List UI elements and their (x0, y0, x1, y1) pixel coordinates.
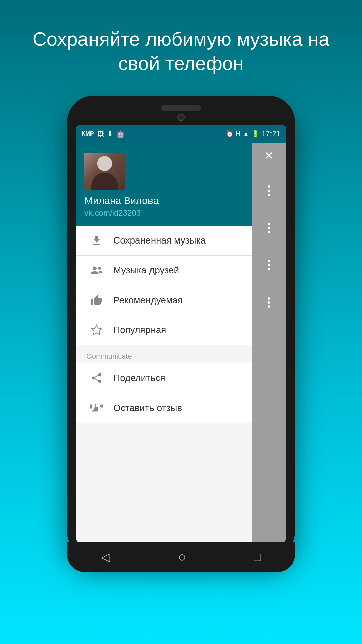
download-icon (86, 234, 107, 247)
menu-label-share: Поделиться (113, 373, 165, 383)
status-icons-left: KMP 🖼 ⬇ 🤖 (82, 130, 125, 138)
menu-list: Сохраненная музыка Музыка друзей (76, 226, 252, 542)
svg-point-1 (98, 267, 101, 270)
star-icon (86, 324, 107, 336)
dot (268, 231, 270, 233)
avatar-img (84, 153, 125, 190)
menu-label-recommended: Рекомендуемая (113, 295, 183, 306)
dot (268, 185, 270, 188)
dot (268, 194, 270, 196)
alarm-icon: ⏰ (226, 130, 233, 138)
dot (268, 190, 270, 192)
dot (268, 227, 270, 229)
menu-item-share[interactable]: Поделиться (76, 363, 252, 393)
dots-group-2[interactable] (268, 223, 270, 233)
dots-group-3[interactable] (268, 260, 270, 270)
menu-item-friends[interactable]: Музыка друзей (76, 256, 252, 285)
user-name: Милана Вилова (84, 195, 244, 206)
menu-item-recommended[interactable]: Рекомендуемая (76, 285, 252, 315)
kmp-icon: KMP (82, 131, 94, 137)
phone-speaker (161, 105, 201, 111)
image-icon: 🖼 (97, 130, 104, 138)
top-text: Сохраняйте любимую музыка на свой телефо… (0, 27, 362, 75)
bottom-nav: ◁ ○ □ (67, 542, 295, 572)
home-button[interactable]: ○ (178, 549, 186, 565)
people-icon (86, 264, 107, 276)
dot (268, 297, 270, 300)
sidebar-right: ✕ (252, 143, 286, 542)
avatar (84, 153, 125, 190)
download-status-icon: ⬇ (107, 130, 113, 138)
menu-label-popular: Популярная (113, 325, 166, 335)
phone-top-bar (161, 105, 201, 121)
thumbup-icon (86, 294, 107, 306)
h-icon: H (236, 130, 240, 138)
svg-point-0 (93, 267, 97, 270)
dot (268, 223, 270, 225)
battery-icon: 🔋 (252, 130, 259, 138)
thumbs-icon (86, 402, 107, 414)
dot (268, 268, 270, 270)
phone-wrapper: KMP 🖼 ⬇ 🤖 ⏰ H ▲ 🔋 17:21 ✕ (67, 96, 295, 572)
menu-label-saved: Сохраненная музыка (113, 235, 206, 246)
section-communicate: Communicate (76, 345, 252, 363)
dot (268, 260, 270, 262)
user-link[interactable]: vk.com/id23203 (84, 208, 244, 218)
dot (268, 301, 270, 304)
phone-camera (177, 114, 185, 121)
status-icons-right: ⏰ H ▲ 🔋 17:21 (226, 129, 280, 138)
menu-label-friends: Музыка друзей (113, 265, 179, 276)
dot (268, 264, 270, 266)
dots-group-1[interactable] (268, 185, 270, 196)
menu-item-review[interactable]: Оставить отзыв (76, 393, 252, 423)
phone-screen: KMP 🖼 ⬇ 🤖 ⏰ H ▲ 🔋 17:21 ✕ (76, 125, 286, 542)
menu-item-popular[interactable]: Популярная (76, 315, 252, 345)
menu-label-review: Оставить отзыв (113, 402, 182, 413)
back-button[interactable]: ◁ (101, 550, 110, 564)
android-icon: 🤖 (116, 130, 125, 138)
close-icon[interactable]: ✕ (264, 149, 274, 162)
drawer: Милана Вилова vk.com/id23203 Сохраненная… (76, 143, 252, 542)
status-bar: KMP 🖼 ⬇ 🤖 ⏰ H ▲ 🔋 17:21 (76, 125, 286, 143)
clock-display: 17:21 (262, 129, 280, 138)
dots-group-4[interactable] (268, 297, 270, 308)
recent-button[interactable]: □ (254, 550, 261, 564)
dot (268, 305, 270, 308)
drawer-header: Милана Вилова vk.com/id23203 (76, 143, 252, 226)
menu-item-saved[interactable]: Сохраненная музыка (76, 226, 252, 256)
share-icon (86, 372, 107, 384)
signal-icon: ▲ (243, 130, 249, 138)
